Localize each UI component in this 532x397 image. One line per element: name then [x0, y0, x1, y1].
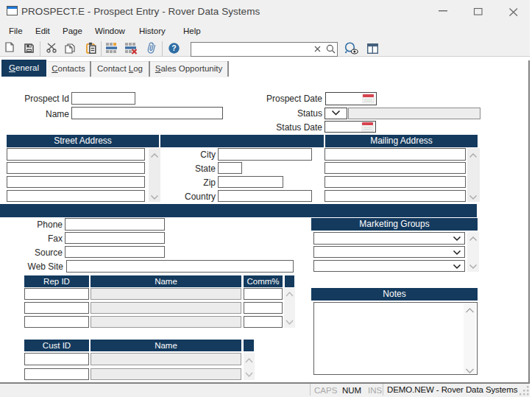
svg-text:?: ?	[171, 43, 176, 52]
